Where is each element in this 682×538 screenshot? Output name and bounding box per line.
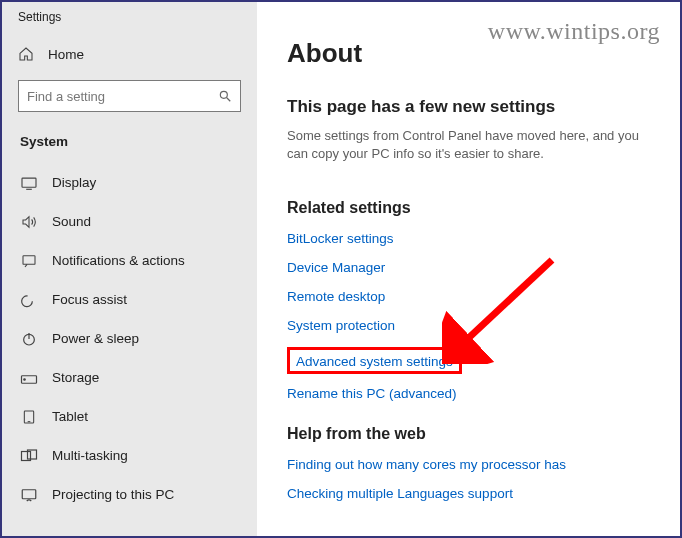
projecting-icon	[20, 487, 38, 503]
svg-rect-14	[22, 489, 36, 498]
sidebar-item-label: Storage	[52, 370, 99, 385]
sidebar: Settings Home System Display So	[2, 2, 257, 536]
settings-window: www.wintips.org Settings Home System Dis…	[0, 0, 682, 538]
highlight-advanced-system-settings: Advanced system settings	[287, 347, 462, 374]
search-box[interactable]	[18, 80, 241, 112]
svg-rect-2	[22, 178, 36, 187]
page-subtitle: This page has a few new settings	[287, 97, 656, 117]
link-help-languages[interactable]: Checking multiple Languages support	[287, 486, 656, 501]
sidebar-item-label: Display	[52, 175, 96, 190]
sidebar-item-label: Notifications & actions	[52, 253, 185, 268]
notifications-icon	[20, 253, 38, 269]
link-help-cores[interactable]: Finding out how many cores my processor …	[287, 457, 656, 472]
power-icon	[20, 331, 38, 347]
svg-point-0	[220, 91, 227, 98]
tablet-icon	[20, 409, 38, 425]
related-settings-heading: Related settings	[287, 199, 656, 217]
section-header: System	[2, 112, 257, 155]
help-links: Finding out how many cores my processor …	[287, 457, 656, 501]
page-description: Some settings from Control Panel have mo…	[287, 127, 656, 163]
svg-line-1	[227, 98, 231, 102]
sidebar-item-power-sleep[interactable]: Power & sleep	[2, 319, 257, 358]
sidebar-item-sound[interactable]: Sound	[2, 202, 257, 241]
svg-marker-4	[23, 216, 29, 227]
svg-rect-5	[23, 255, 35, 264]
sidebar-item-label: Sound	[52, 214, 91, 229]
sidebar-item-notifications[interactable]: Notifications & actions	[2, 241, 257, 280]
sidebar-item-focus-assist[interactable]: Focus assist	[2, 280, 257, 319]
svg-point-9	[24, 378, 26, 380]
annotation-arrow	[442, 254, 562, 364]
sidebar-item-display[interactable]: Display	[2, 163, 257, 202]
display-icon	[20, 176, 38, 190]
sidebar-item-label: Focus assist	[52, 292, 127, 307]
sidebar-item-projecting[interactable]: Projecting to this PC	[2, 475, 257, 514]
link-advanced-system-settings[interactable]: Advanced system settings	[296, 354, 453, 369]
multitasking-icon	[20, 448, 38, 464]
home-label: Home	[48, 47, 84, 62]
sound-icon	[20, 214, 38, 230]
sidebar-item-multitasking[interactable]: Multi-tasking	[2, 436, 257, 475]
sidebar-item-label: Power & sleep	[52, 331, 139, 346]
home-icon	[18, 46, 34, 62]
home-nav[interactable]: Home	[2, 24, 257, 62]
app-title: Settings	[2, 2, 257, 24]
svg-line-16	[460, 260, 552, 346]
focus-assist-icon	[20, 292, 38, 308]
search-input[interactable]	[27, 89, 218, 104]
link-rename-pc[interactable]: Rename this PC (advanced)	[287, 386, 656, 401]
sidebar-item-label: Multi-tasking	[52, 448, 128, 463]
nav-list: Display Sound Notifications & actions Fo…	[2, 163, 257, 514]
search-icon	[218, 89, 232, 103]
sidebar-item-tablet[interactable]: Tablet	[2, 397, 257, 436]
sidebar-item-label: Projecting to this PC	[52, 487, 174, 502]
sidebar-item-storage[interactable]: Storage	[2, 358, 257, 397]
watermark-text: www.wintips.org	[488, 18, 660, 45]
help-heading: Help from the web	[287, 425, 656, 443]
storage-icon	[20, 371, 38, 385]
link-bitlocker[interactable]: BitLocker settings	[287, 231, 656, 246]
sidebar-item-label: Tablet	[52, 409, 88, 424]
